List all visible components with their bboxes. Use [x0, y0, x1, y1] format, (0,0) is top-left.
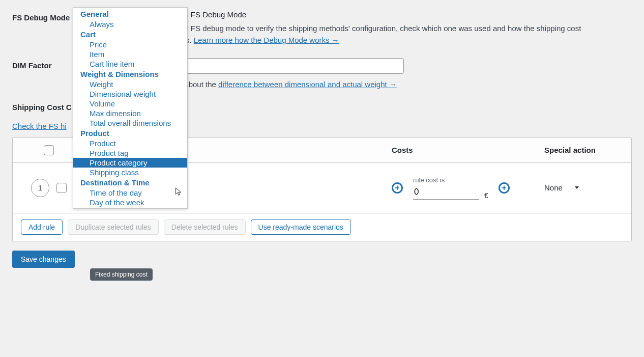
dropdown-item[interactable]: Time of the day: [73, 188, 187, 198]
rule-cost-label: rule cost is: [413, 176, 488, 184]
dropdown-item[interactable]: Max dimension: [73, 108, 187, 118]
dropdown-group: Cart: [73, 29, 187, 40]
dropdown-item[interactable]: Day of the week: [73, 198, 187, 207]
debug-mode-learn-more-link[interactable]: Learn more how the Debug Mode works →: [194, 36, 339, 44]
dropdown-item[interactable]: Item: [73, 49, 187, 59]
dim-factor-help-link[interactable]: difference between dimensional and actua…: [218, 80, 397, 89]
special-action-value: None: [544, 183, 563, 192]
add-rule-button[interactable]: Add rule: [21, 219, 63, 235]
header-special-action: Special action: [544, 146, 623, 154]
dropdown-item[interactable]: Total overall dimensions: [73, 118, 187, 128]
dropdown-item[interactable]: Product: [73, 139, 187, 148]
chevron-down-icon: [575, 186, 579, 189]
condition-dropdown[interactable]: GeneralAlwaysCartPriceItemCart line item…: [73, 7, 188, 209]
header-costs: Costs: [392, 146, 544, 154]
dropdown-group: Destination & Time: [73, 177, 187, 188]
dropdown-item[interactable]: Volume: [73, 99, 187, 108]
rule-index: 1: [31, 179, 49, 197]
fixed-shipping-cost-tooltip: Fixed shipping cost: [90, 268, 153, 281]
fs-hints-link[interactable]: Check the FS hi: [0, 122, 67, 130]
dropdown-item[interactable]: Shipping class: [73, 168, 187, 177]
special-action-select[interactable]: None: [544, 183, 623, 192]
dropdown-item[interactable]: Product tag: [73, 148, 187, 158]
select-all-checkbox[interactable]: [44, 145, 54, 155]
dropdown-item[interactable]: Weight: [73, 79, 187, 89]
dropdown-group: General: [73, 9, 187, 19]
dropdown-group: Product: [73, 128, 187, 139]
dim-factor-input[interactable]: [165, 58, 404, 74]
save-changes-button[interactable]: Save changes: [12, 251, 75, 268]
dropdown-item[interactable]: Always: [73, 19, 187, 29]
add-cost-icon[interactable]: +: [499, 182, 510, 194]
use-scenarios-button[interactable]: Use ready-made scenarios: [251, 219, 351, 235]
fs-debug-help-line1: Enable FS debug mode to verify the shipp…: [165, 24, 581, 33]
delete-rules-button[interactable]: Delete selected rules: [164, 219, 246, 235]
rules-table-footer: Add rule Duplicate selected rules Delete…: [13, 213, 631, 241]
row-select-checkbox[interactable]: [56, 183, 67, 193]
currency-symbol: €: [484, 191, 488, 200]
dropdown-item[interactable]: Price: [73, 40, 187, 49]
dropdown-item[interactable]: Cart line item: [73, 59, 187, 69]
add-condition-icon[interactable]: +: [392, 182, 403, 194]
rule-cost-input[interactable]: [413, 185, 479, 200]
dropdown-group: Weight & Dimensions: [73, 69, 187, 79]
duplicate-rules-button[interactable]: Duplicate selected rules: [68, 219, 159, 235]
dropdown-item[interactable]: Product category: [73, 158, 187, 168]
fs-debug-help: Enable FS debug mode to verify the shipp…: [165, 23, 644, 46]
dropdown-item[interactable]: Dimensional weight: [73, 89, 187, 99]
